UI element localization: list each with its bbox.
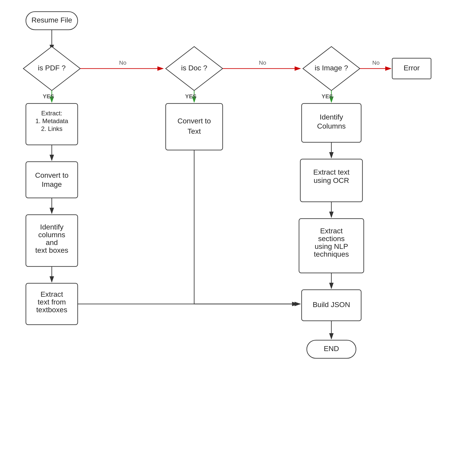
isimage-label: is Image ? xyxy=(315,64,348,72)
extract-textboxes-l3: textboxes xyxy=(36,306,67,314)
start-label: Resume File xyxy=(31,16,72,24)
extract-ocr-l2: using OCR xyxy=(314,176,349,184)
convert-image-box xyxy=(26,162,78,198)
extract-textboxes-l2: text from xyxy=(38,298,66,306)
convert-text-box xyxy=(166,103,223,150)
ispdf-no-label: No xyxy=(119,60,126,66)
convert-text-l1: Convert to xyxy=(177,117,211,125)
extract-sections-l3: using NLP xyxy=(315,242,348,250)
convert-text-l2: Text xyxy=(187,127,201,135)
ispdf-yes-label: YES xyxy=(43,93,54,100)
extract-sections-l1: Extract xyxy=(320,227,343,235)
isdoc-yes-label: YES xyxy=(185,93,196,100)
convert-image-label2: Image xyxy=(42,180,62,188)
convert-image-label: Convert to xyxy=(35,171,68,179)
extract-meta-label: Extract: xyxy=(41,110,62,117)
arrow-converttext-to-extractsections xyxy=(194,150,300,304)
identify-cols-tb-l1: Identify xyxy=(40,223,63,231)
identify-cols-tb-l3: and xyxy=(46,239,58,247)
isimage-no-label: No xyxy=(372,60,380,66)
ispdf-label: is PDF ? xyxy=(38,64,65,72)
isdoc-no-label: No xyxy=(259,60,266,66)
extract-sections-l4: techniques xyxy=(314,250,349,258)
identify-cols-tb-l2: columns xyxy=(38,231,65,239)
extract-meta-label2: 1. Metadata xyxy=(35,117,68,124)
flowchart-container: Resume File is PDF ? YES No Extract: 1. … xyxy=(0,0,466,476)
extract-textboxes-l1: Extract xyxy=(40,290,63,298)
identify-cols-tb-l4: text boxes xyxy=(35,246,68,254)
end-label: END xyxy=(324,345,339,353)
identify-cols-l2: Columns xyxy=(317,122,346,130)
isimage-yes-label: YES xyxy=(322,93,333,100)
isdoc-label: is Doc ? xyxy=(181,64,207,72)
extract-sections-l2: sections xyxy=(318,235,345,243)
extract-meta-label3: 2. Links xyxy=(41,125,63,132)
error-label: Error xyxy=(404,64,420,72)
flowchart-svg: Resume File is PDF ? YES No Extract: 1. … xyxy=(0,0,466,476)
build-json-label: Build JSON xyxy=(313,301,350,309)
extract-ocr-l1: Extract text xyxy=(313,168,350,176)
identify-cols-l1: Identify xyxy=(320,113,343,121)
